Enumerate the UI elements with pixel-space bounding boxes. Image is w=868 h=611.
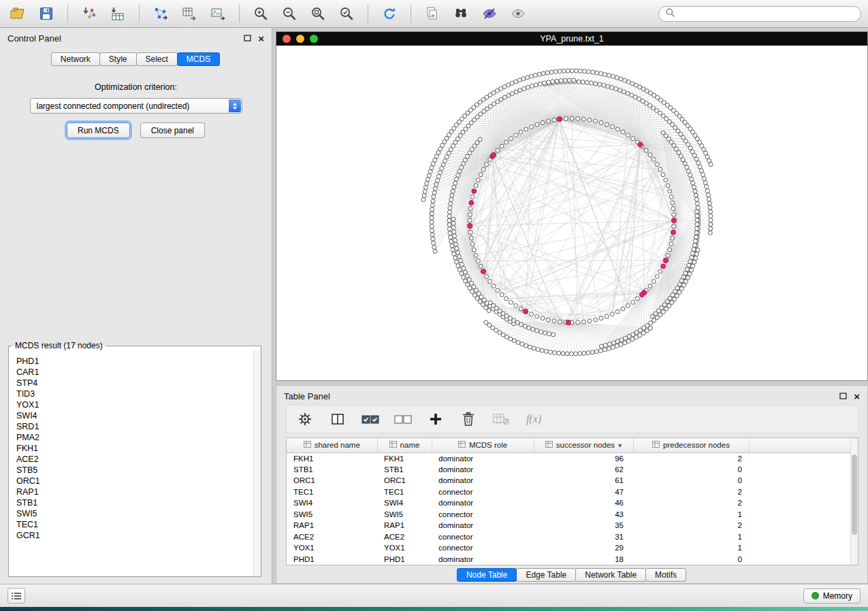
import-table-icon[interactable]: [107, 3, 129, 24]
table-cell: 18: [534, 554, 633, 565]
list-item[interactable]: FKH1: [16, 443, 253, 454]
tab-network-table[interactable]: Network Table: [575, 568, 646, 582]
search-box[interactable]: [658, 6, 861, 22]
table-cell: SWI4: [287, 497, 377, 509]
column-header-filler: [749, 438, 850, 452]
delete-table-icon-disabled: [492, 410, 510, 429]
zoom-selected-icon[interactable]: [336, 3, 357, 24]
zoom-out-icon[interactable]: [278, 3, 300, 24]
table-row[interactable]: FKH1FKH1dominator962: [287, 452, 850, 464]
search-input[interactable]: [679, 7, 854, 20]
show-elements-icon[interactable]: [507, 3, 529, 24]
optimization-dropdown[interactable]: largest connected component (undirected): [30, 98, 242, 114]
table-row[interactable]: SWI4SWI4dominator462: [287, 497, 850, 509]
list-item[interactable]: TID3: [16, 389, 253, 399]
table-row[interactable]: STB1STB1dominator620: [287, 464, 850, 476]
export-table-icon[interactable]: [178, 3, 200, 24]
function-builder-icon: f(x): [525, 410, 543, 429]
list-item[interactable]: SWI5: [16, 508, 253, 519]
window-maximize-icon[interactable]: [310, 35, 318, 43]
table-cell: 61: [534, 475, 633, 486]
add-column-icon[interactable]: [427, 410, 445, 429]
table-cell: SWI5: [287, 509, 377, 521]
list-item[interactable]: PHD1: [16, 356, 253, 367]
list-item[interactable]: GCR1: [16, 530, 253, 541]
scrollbar-thumb[interactable]: [852, 455, 857, 535]
table-panel-header: Table Panel ×: [276, 386, 867, 406]
list-item[interactable]: CAR1: [16, 367, 253, 378]
list-item[interactable]: STB5: [16, 465, 253, 476]
list-item[interactable]: STB1: [16, 497, 253, 508]
tab-mcds[interactable]: MCDS: [177, 52, 220, 66]
table-row[interactable]: RAP1RAP1dominator352: [287, 520, 850, 531]
export-image-icon[interactable]: [207, 3, 229, 24]
float-panel-icon[interactable]: [244, 33, 251, 44]
table-cell: 62: [534, 464, 633, 476]
show-columns-icon[interactable]: [329, 410, 347, 429]
window-close-icon[interactable]: [283, 35, 291, 43]
column-attr-icon: [458, 441, 466, 449]
import-network-icon[interactable]: [78, 3, 100, 24]
tab-motifs[interactable]: Motifs: [645, 568, 686, 582]
zoom-in-icon[interactable]: [250, 3, 272, 24]
list-item[interactable]: STP4: [16, 378, 253, 389]
table-scrollbar[interactable]: [850, 438, 858, 565]
binoculars-icon[interactable]: [450, 3, 472, 24]
table-cell: YOX1: [287, 542, 377, 554]
close-panel-button[interactable]: Close panel: [140, 122, 205, 138]
copy-document-icon[interactable]: [421, 3, 443, 24]
list-item[interactable]: YOX1: [16, 399, 253, 410]
network-titlebar[interactable]: YPA_prune.txt_1: [276, 32, 867, 46]
hide-elements-icon[interactable]: [479, 3, 500, 24]
list-item[interactable]: ACE2: [16, 454, 253, 465]
table-row[interactable]: ORC1ORC1dominator610: [287, 475, 850, 486]
open-file-icon[interactable]: [7, 3, 29, 24]
table-cell: 0: [633, 464, 749, 476]
list-item[interactable]: RAP1: [16, 486, 253, 497]
table-cell: connector: [432, 486, 534, 498]
table-row[interactable]: YOX1YOX1connector291: [287, 542, 850, 554]
table-cell: connector: [432, 531, 534, 543]
network-canvas[interactable]: [276, 46, 867, 380]
run-mcds-button[interactable]: Run MCDS: [67, 122, 130, 138]
table-row[interactable]: TEC1TEC1connector472: [287, 486, 850, 498]
memory-button[interactable]: Memory: [803, 589, 861, 604]
zoom-fit-icon[interactable]: [307, 3, 329, 24]
export-network-icon[interactable]: [150, 3, 172, 24]
window-minimize-icon[interactable]: [296, 35, 304, 43]
result-scrollbar[interactable]: [253, 350, 261, 576]
network-title: YPA_prune.txt_1: [540, 34, 604, 44]
column-header-shared-name[interactable]: shared name: [287, 438, 377, 452]
refresh-icon[interactable]: [379, 3, 400, 24]
tab-edge-table[interactable]: Edge Table: [516, 568, 576, 582]
tab-style[interactable]: Style: [99, 52, 137, 66]
list-item[interactable]: ORC1: [16, 476, 253, 486]
column-attr-icon: [545, 441, 553, 449]
table-row[interactable]: ACE2ACE2connector311: [287, 531, 850, 543]
save-icon[interactable]: [35, 3, 57, 24]
tab-node-table[interactable]: Node Table: [457, 568, 517, 582]
table-cell: SWI4: [377, 497, 432, 509]
close-panel-icon[interactable]: ×: [258, 33, 264, 44]
column-header-predecessor-nodes[interactable]: predecessor nodes: [633, 438, 749, 452]
table-row[interactable]: SWI5SWI5connector431: [287, 509, 850, 521]
column-header-successor-nodes[interactable]: successor nodes▾: [534, 438, 633, 452]
column-header-mcds-role[interactable]: MCDS role: [432, 438, 534, 452]
table-cell: 47: [534, 486, 633, 498]
close-panel-icon[interactable]: ×: [854, 391, 860, 401]
list-item[interactable]: TEC1: [16, 519, 253, 530]
table-cell: FKH1: [377, 452, 432, 464]
deselect-all-icon[interactable]: [394, 410, 412, 429]
list-item[interactable]: SWI4: [16, 410, 253, 421]
list-item[interactable]: PMA2: [16, 432, 253, 443]
list-item[interactable]: SRD1: [16, 421, 253, 432]
column-header-name[interactable]: name: [377, 438, 432, 452]
tab-select[interactable]: Select: [136, 52, 178, 66]
table-row[interactable]: PHD1PHD1dominator180: [287, 554, 850, 565]
tab-network[interactable]: Network: [51, 52, 100, 66]
delete-column-icon[interactable]: [460, 410, 477, 429]
float-panel-icon[interactable]: [839, 391, 847, 401]
show-panels-list-icon[interactable]: [7, 588, 25, 604]
select-all-icon[interactable]: [361, 410, 379, 429]
table-settings-gear-icon[interactable]: [296, 410, 314, 429]
